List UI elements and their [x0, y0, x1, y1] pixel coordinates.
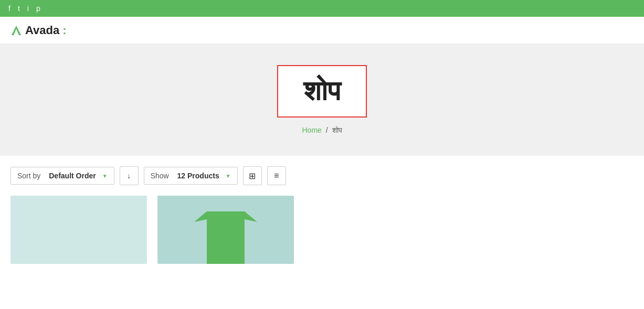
sort-chevron-icon: ▼ — [102, 173, 108, 179]
sort-select[interactable]: Sort by Default Order ▼ — [10, 167, 114, 185]
twitter-icon[interactable]: t — [18, 4, 20, 13]
product-image-tshirt — [194, 211, 257, 264]
sort-direction-button[interactable]: ↓ — [120, 166, 139, 185]
hero-section: शोप Home / शोप — [0, 44, 644, 156]
pinterest-icon[interactable]: p — [36, 4, 40, 13]
page-title: शोप — [303, 76, 341, 107]
instagram-icon[interactable]: i — [27, 4, 29, 13]
logo-text: Avada — [25, 24, 59, 37]
sort-value: Default Order — [49, 172, 96, 180]
top-bar: f t i p — [0, 0, 644, 17]
list-icon: ≡ — [274, 171, 279, 180]
breadcrumb-home[interactable]: Home — [302, 126, 321, 134]
breadcrumb-separator: / — [326, 126, 328, 134]
grid-view-button[interactable]: ⊞ — [243, 166, 262, 185]
facebook-icon[interactable]: f — [8, 4, 10, 13]
list-view-button[interactable]: ≡ — [267, 166, 286, 185]
grid-icon: ⊞ — [249, 171, 256, 181]
breadcrumb-current: शोप — [332, 126, 342, 134]
controls-bar: Sort by Default Order ▼ ↓ Show 12 Produc… — [0, 156, 644, 190]
header: Avada: — [0, 17, 644, 44]
show-value: 12 Products — [177, 172, 219, 180]
sort-arrow-icon: ↓ — [127, 172, 131, 180]
products-grid — [0, 190, 644, 269]
logo-icon — [10, 25, 22, 36]
product-card-2[interactable] — [157, 196, 294, 264]
hero-title-box: शोप — [277, 65, 367, 118]
breadcrumb: Home / शोप — [302, 126, 342, 135]
show-label: Show — [151, 172, 169, 180]
show-chevron-icon: ▼ — [226, 173, 231, 179]
sort-label: Sort by — [17, 172, 40, 180]
logo[interactable]: Avada: — [10, 24, 67, 37]
show-select[interactable]: Show 12 Products ▼ — [144, 167, 238, 185]
logo-colon: : — [62, 24, 66, 37]
product-card-1[interactable] — [10, 196, 147, 264]
